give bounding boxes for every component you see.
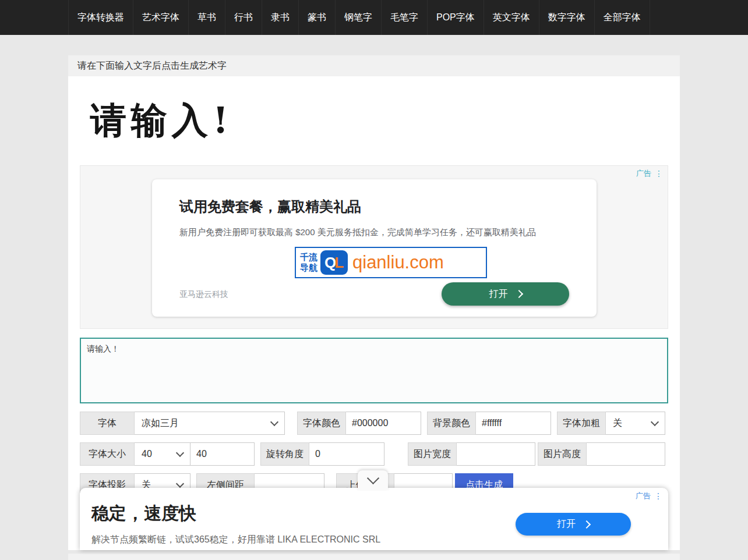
image-width-label: 图片宽度: [408, 442, 457, 466]
nav-item-brush-font[interactable]: 毛笔字: [381, 0, 427, 35]
bg-color-group: 背景颜色: [427, 412, 551, 435]
chevron-right-icon: [583, 520, 591, 528]
collapse-ad-button[interactable]: [358, 470, 388, 490]
image-height-label: 图片高度: [538, 442, 587, 466]
rotate-label: 旋转角度: [260, 442, 309, 466]
ad-open-button[interactable]: 打开: [516, 513, 631, 536]
more-options-icon[interactable]: ⋮: [655, 169, 663, 178]
nav-item-pop-font[interactable]: POP字体: [427, 0, 484, 35]
top-ad-container: 广告 ⋮ 试用免费套餐，赢取精美礼品 新用户免费注册即可获取最高 $200 美元…: [80, 165, 668, 329]
bold-select[interactable]: 关: [606, 412, 665, 435]
instruction-bar: 请在下面输入文字后点击生成艺术字: [68, 55, 680, 76]
font-size-group: 字体大小 40: [80, 442, 255, 466]
banner-cjk-text: 千流 导航: [300, 252, 317, 273]
image-width-group: 图片宽度: [408, 442, 535, 466]
ad-open-button[interactable]: 打开: [442, 282, 569, 306]
font-size-label: 字体大小: [80, 442, 135, 466]
bg-color-label: 背景颜色: [427, 412, 476, 435]
chevron-down-icon: [270, 418, 278, 426]
rotate-input[interactable]: [309, 442, 384, 466]
nav-item-art-font[interactable]: 艺术字体: [133, 0, 188, 35]
image-height-group: 图片高度: [538, 442, 665, 466]
ad-description: 新用户免费注册即可获取最高 $200 美元服务抵扣金，完成简单学习任务，还可赢取…: [179, 227, 536, 238]
image-width-input[interactable]: [457, 442, 535, 466]
nav-item-caoshu[interactable]: 草书: [188, 0, 225, 35]
nav-item-number-font[interactable]: 数字字体: [539, 0, 594, 35]
nav-item-converter[interactable]: 字体转换器: [68, 0, 133, 35]
font-size-input[interactable]: [190, 442, 255, 466]
ad-title: 稳定，速度快: [91, 502, 196, 526]
nav-item-xingshu[interactable]: 行书: [225, 0, 262, 35]
ad-info-badge[interactable]: 广告 ⋮: [636, 491, 662, 501]
advertiser-name: 亚马逊云科技: [179, 289, 228, 300]
font-preview-image: 请输入!: [90, 96, 233, 145]
chevron-down-icon: [651, 418, 659, 426]
rotate-group: 旋转角度: [260, 442, 384, 466]
top-navbar: 字体转换器 艺术字体 草书 行书 隶书 篆书 钢笔字 毛笔字 POP字体 英文字…: [0, 0, 748, 35]
ql-logo: QL: [320, 250, 348, 275]
image-height-input[interactable]: [587, 442, 665, 466]
more-options-icon[interactable]: ⋮: [654, 492, 662, 500]
chevron-right-icon: [514, 290, 523, 298]
nav-item-pen-font[interactable]: 钢笔字: [335, 0, 381, 35]
bold-label: 字体加粗: [557, 412, 606, 435]
nav-item-zhuanshu[interactable]: 篆书: [298, 0, 335, 35]
font-size-select[interactable]: 40: [135, 442, 190, 466]
qianliu-banner-image[interactable]: 千流 导航 QL qianliu.com: [295, 247, 487, 278]
ad-title: 试用免费套餐，赢取精美礼品: [179, 197, 361, 216]
nav-item-lishu[interactable]: 隶书: [262, 0, 298, 35]
font-color-label: 字体颜色: [297, 412, 346, 435]
chevron-down-icon: [176, 449, 184, 457]
banner-domain-text: qianliu.com: [352, 252, 444, 273]
instruction-text: 请在下面输入文字后点击生成艺术字: [77, 60, 227, 72]
chevron-down-icon: [366, 472, 379, 484]
top-ad-card[interactable]: 试用免费套餐，赢取精美礼品 新用户免费注册即可获取最高 $200 美元服务抵扣金…: [152, 179, 597, 317]
bottom-anchor-ad[interactable]: 广告 ⋮ 稳定，速度快 解决节点频繁断链，试试365稳定，好用靠谱 LIKA E…: [80, 488, 668, 550]
ad-label: 广告: [636, 168, 651, 179]
ad-label: 广告: [636, 491, 651, 501]
chevron-down-icon: [176, 480, 184, 488]
ad-info-badge[interactable]: 广告 ⋮: [636, 168, 663, 179]
font-family-group: 字体 凉如三月: [80, 412, 285, 435]
nav-item-english-font[interactable]: 英文字体: [484, 0, 539, 35]
bold-group: 字体加粗 关: [557, 412, 665, 435]
font-color-group: 字体颜色: [297, 412, 421, 435]
text-entry-textarea[interactable]: [80, 338, 668, 403]
font-family-select[interactable]: 凉如三月: [135, 412, 285, 435]
font-family-label: 字体: [80, 412, 135, 435]
ad-description: 解决节点频繁断链，试试365稳定，好用靠谱 LIKA ELECTRONIC SR…: [91, 534, 380, 546]
next-section-strip: [68, 554, 680, 560]
nav-item-all-fonts[interactable]: 全部字体: [594, 0, 650, 35]
font-color-input[interactable]: [346, 412, 421, 435]
bg-color-input[interactable]: [476, 412, 551, 435]
